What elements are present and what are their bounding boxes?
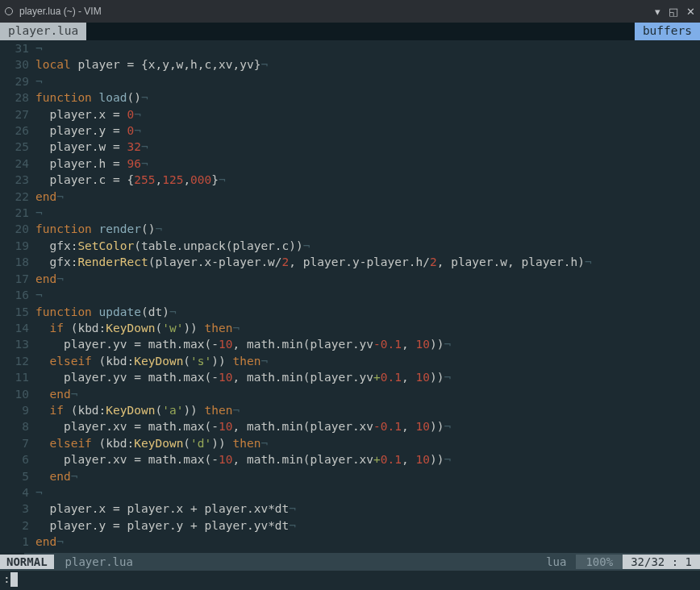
code-line[interactable]: 2 player.y = player.y + player.yv*dt¬ <box>0 517 700 534</box>
status-filename: player.lua <box>54 555 537 568</box>
line-content[interactable]: player.c = {255,125,000}¬ <box>35 172 700 188</box>
code-line[interactable]: 11 player.yv = math.max(-10, math.min(pl… <box>0 369 700 385</box>
code-line[interactable]: 25 player.w = 32¬ <box>0 139 700 155</box>
app-icon <box>5 7 13 15</box>
line-number: 29 <box>0 73 35 89</box>
code-line[interactable]: 1end¬ <box>0 534 700 550</box>
line-number: 22 <box>0 189 35 205</box>
code-line[interactable]: 31¬ <box>0 40 700 56</box>
line-content[interactable]: player.xv = math.max(-10, math.min(playe… <box>35 418 700 434</box>
line-number: 12 <box>0 353 35 369</box>
line-number: 16 <box>0 287 35 303</box>
code-line[interactable]: 14 if (kbd:KeyDown('w')) then¬ <box>0 320 700 336</box>
code-line[interactable]: 27 player.x = 0¬ <box>0 106 700 123</box>
code-line[interactable]: 16¬ <box>0 287 700 303</box>
line-number: 28 <box>0 89 35 106</box>
close-icon[interactable]: ✕ <box>686 6 695 18</box>
status-line: NORMAL player.lua lua 100% 32/32 : 1 <box>0 553 700 571</box>
line-number: 23 <box>0 172 35 188</box>
line-content[interactable]: if (kbd:KeyDown('w')) then¬ <box>35 320 700 336</box>
line-content[interactable]: end¬ <box>35 468 700 484</box>
code-line[interactable]: 29¬ <box>0 73 700 89</box>
line-number: 5 <box>0 468 35 484</box>
code-line[interactable]: 19 gfx:SetColor(table.unpack(player.c))¬ <box>0 238 700 254</box>
line-content[interactable]: ¬ <box>35 40 700 56</box>
line-content[interactable]: end¬ <box>35 534 700 550</box>
minimize-icon[interactable]: ▾ <box>655 6 660 18</box>
tab-current[interactable]: player.lua <box>0 23 87 40</box>
cursor <box>10 572 18 587</box>
window-title: player.lua (~) - VIM <box>19 6 655 17</box>
code-line[interactable]: 4¬ <box>0 484 700 501</box>
line-number: 31 <box>0 40 35 56</box>
window-controls: ▾ ◱ ✕ <box>655 6 695 18</box>
line-content[interactable]: end¬ <box>35 386 700 402</box>
code-line[interactable]: 18 gfx:RenderRect(player.x-player.w/2, p… <box>0 254 700 270</box>
line-content[interactable]: player.yv = math.max(-10, math.min(playe… <box>35 336 700 352</box>
line-number: 17 <box>0 271 35 287</box>
line-content[interactable]: if (kbd:KeyDown('a')) then¬ <box>35 402 700 418</box>
line-content[interactable]: player.x = 0¬ <box>35 106 700 123</box>
line-content[interactable]: player.yv = math.max(-10, math.min(playe… <box>35 369 700 385</box>
line-number: 20 <box>0 221 35 237</box>
line-number: 25 <box>0 139 35 155</box>
line-content[interactable]: elseif (kbd:KeyDown('d')) then¬ <box>35 435 700 451</box>
line-number: 18 <box>0 254 35 270</box>
line-number: 1 <box>0 534 35 550</box>
code-line[interactable]: 10 end¬ <box>0 386 700 402</box>
code-line[interactable]: 3 player.x = player.x + player.xv*dt¬ <box>0 501 700 517</box>
code-line[interactable]: 26 player.y = 0¬ <box>0 123 700 139</box>
code-line[interactable]: 21¬ <box>0 205 700 221</box>
tabline: player.lua buffers <box>0 23 700 40</box>
editor-area[interactable]: 31¬30local player = {x,y,w,h,c,xv,yv}¬29… <box>0 40 700 553</box>
line-content[interactable]: local player = {x,y,w,h,c,xv,yv}¬ <box>35 56 700 73</box>
line-content[interactable]: player.x = player.x + player.xv*dt¬ <box>35 501 700 517</box>
code-line[interactable]: 7 elseif (kbd:KeyDown('d')) then¬ <box>0 435 700 451</box>
line-content[interactable]: ¬ <box>35 205 700 221</box>
line-content[interactable]: player.y = player.y + player.yv*dt¬ <box>35 517 700 534</box>
cmd-prompt: : <box>3 572 10 585</box>
line-content[interactable]: ¬ <box>35 73 700 89</box>
tab-filler <box>87 23 635 40</box>
line-content[interactable]: player.xv = math.max(-10, math.min(playe… <box>35 451 700 467</box>
line-content[interactable]: elseif (kbd:KeyDown('s')) then¬ <box>35 353 700 369</box>
code-line[interactable]: 20function render()¬ <box>0 221 700 237</box>
code-line[interactable]: 30local player = {x,y,w,h,c,xv,yv}¬ <box>0 56 700 73</box>
command-line[interactable]: : <box>0 571 700 590</box>
code-line[interactable]: 13 player.yv = math.max(-10, math.min(pl… <box>0 336 700 352</box>
line-content[interactable]: gfx:RenderRect(player.x-player.w/2, play… <box>35 254 700 270</box>
line-number: 3 <box>0 501 35 517</box>
tab-buffers[interactable]: buffers <box>635 23 700 40</box>
code-line[interactable]: 23 player.c = {255,125,000}¬ <box>0 172 700 188</box>
code-line[interactable]: 17end¬ <box>0 271 700 287</box>
maximize-icon[interactable]: ◱ <box>669 6 678 18</box>
line-number: 21 <box>0 205 35 221</box>
status-percent: 100% <box>576 555 623 569</box>
line-content[interactable]: player.h = 96¬ <box>35 156 700 172</box>
code-line[interactable]: 6 player.xv = math.max(-10, math.min(pla… <box>0 451 700 467</box>
line-content[interactable]: ¬ <box>35 287 700 303</box>
code-line[interactable]: 15function update(dt)¬ <box>0 304 700 320</box>
line-content[interactable]: gfx:SetColor(table.unpack(player.c))¬ <box>35 238 700 254</box>
line-number: 4 <box>0 484 35 501</box>
code-line[interactable]: 8 player.xv = math.max(-10, math.min(pla… <box>0 418 700 434</box>
code-line[interactable]: 28function load()¬ <box>0 89 700 106</box>
code-line[interactable]: 12 elseif (kbd:KeyDown('s')) then¬ <box>0 353 700 369</box>
code-line[interactable]: 22end¬ <box>0 189 700 205</box>
line-content[interactable]: function update(dt)¬ <box>35 304 700 320</box>
line-number: 13 <box>0 336 35 352</box>
line-content[interactable]: player.w = 32¬ <box>35 139 700 155</box>
line-content[interactable]: player.y = 0¬ <box>35 123 700 139</box>
line-number: 30 <box>0 56 35 73</box>
status-mode: NORMAL <box>0 555 54 569</box>
line-content[interactable]: end¬ <box>35 271 700 287</box>
line-content[interactable]: end¬ <box>35 189 700 205</box>
code-line[interactable]: 9 if (kbd:KeyDown('a')) then¬ <box>0 402 700 418</box>
line-content[interactable]: ¬ <box>35 484 700 501</box>
code-line[interactable]: 5 end¬ <box>0 468 700 484</box>
line-content[interactable]: function render()¬ <box>35 221 700 237</box>
line-number: 14 <box>0 320 35 336</box>
code-line[interactable]: 24 player.h = 96¬ <box>0 156 700 172</box>
line-content[interactable]: function load()¬ <box>35 89 700 106</box>
line-number: 10 <box>0 386 35 402</box>
